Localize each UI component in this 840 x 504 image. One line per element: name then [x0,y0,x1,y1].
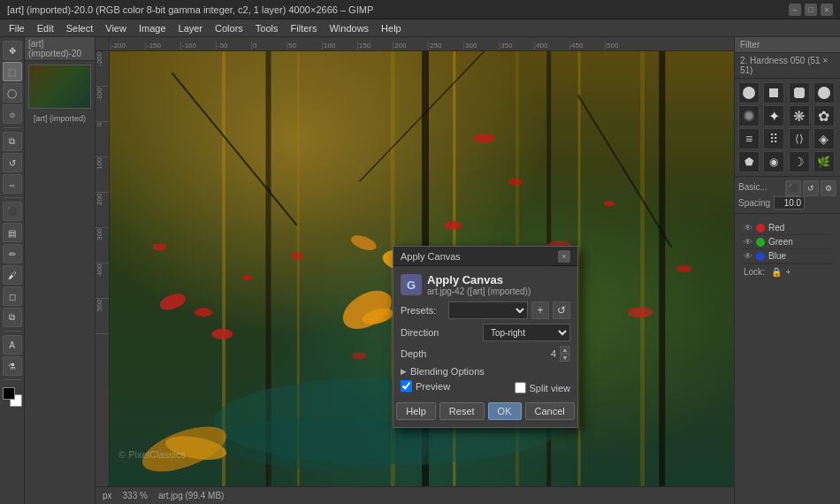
tool-bucket[interactable]: ⬛ [3,202,22,221]
menu-image[interactable]: Image [134,21,172,35]
foreground-color-swatch[interactable] [3,387,15,400]
tool-perspective[interactable]: ⟖ [3,174,22,194]
minimize-button[interactable]: – [789,4,801,16]
brush-cell[interactable]: ✿ [813,105,835,126]
lock-icon[interactable]: 🔒 [771,267,782,277]
tool-crop[interactable]: ⧉ [3,132,22,151]
lock-label: Lock: [744,267,765,277]
menu-edit[interactable]: Edit [32,21,59,35]
tool-select-rect[interactable]: ⬚ [3,62,22,81]
depth-spinner[interactable]: ▲ ▼ [560,346,570,362]
depth-label: Depth [401,348,526,359]
maximize-button[interactable]: □ [805,4,817,16]
dialog-footer: Help Reset OK Cancel [401,402,570,420]
preview-checkbox[interactable] [401,380,412,392]
brush-cell[interactable]: ◉ [763,151,784,172]
ruler-tick-v: 300 [95,228,109,263]
main-layout: ✥ ⬚ ◯ ⌾ ⧉ ↺ ⟖ ⬛ ▤ ✏ 🖌 ◻ ⧉ A ⚗ [art] (imp… [0,37,840,504]
tool-clone[interactable]: ⧉ [3,308,22,327]
tool-rotate[interactable]: ↺ [3,153,22,172]
brush-cell[interactable] [789,82,810,103]
presets-add-button[interactable]: + [531,302,549,319]
window-title: [art] (imported)-20.0 (RGB color 8-bit g… [7,4,789,15]
brush-cell[interactable]: 🌿 [813,151,835,172]
toolbar-separator-4 [4,379,21,380]
menu-help[interactable]: Help [376,21,407,35]
brush-cell[interactable]: ⬟ [738,151,760,172]
eye-icon-red[interactable]: 👁 [744,223,752,233]
brush-cell[interactable]: ◈ [813,128,835,149]
tool-select-ellipse[interactable]: ◯ [3,83,22,103]
eye-icon-blue[interactable]: 👁 [744,251,752,261]
left-panel: [art] (imported)-20 [art] (imported) [25,37,95,504]
spacing-label: Spacing [738,198,770,208]
depth-row: Depth 4 ▲ ▼ [401,346,570,362]
menu-layer[interactable]: Layer [173,21,209,35]
tool-pencil[interactable]: ✏ [3,244,22,263]
brush-cell[interactable] [738,82,760,103]
brush-cell[interactable]: ❋ [789,105,810,126]
brush-cell[interactable] [738,105,760,126]
menu-file[interactable]: File [4,21,30,35]
tool-move[interactable]: ✥ [3,41,22,60]
split-view-checkbox[interactable] [515,382,526,393]
brush-cell[interactable]: ✦ [763,105,784,126]
filename-display: art.jpg (99.4 MB) [158,491,224,500]
help-button[interactable]: Help [396,402,436,420]
brush-cell[interactable]: ⟨⟩ [789,128,810,149]
lock-icon-2[interactable]: + [785,267,790,277]
layer-row-green: 👁 Green [742,235,833,249]
eye-icon-green[interactable]: 👁 [744,237,752,247]
dialog-close-button[interactable]: × [558,250,570,263]
toolbar-separator-2 [4,197,21,198]
cancel-button[interactable]: Cancel [525,402,575,420]
layer-row-blue: 👁 Blue [742,249,833,263]
close-button[interactable]: × [821,4,833,16]
layer-label: [art] (imported) [25,112,95,125]
thumbnail-canvas [29,65,90,108]
layers-list: 👁 Red 👁 Green 👁 Blue Lock: 🔒 [738,218,836,283]
tool-eraser[interactable]: ◻ [3,286,22,306]
tool-text[interactable]: A [3,335,22,355]
menu-filters[interactable]: Filters [286,21,323,35]
tool-eyedrop[interactable]: ⚗ [3,356,22,376]
artwork-canvas[interactable]: © PixelClassics Apply Canvas × G [110,51,734,486]
menu-tools[interactable]: Tools [250,21,284,35]
dialog-titlebar[interactable]: Apply Canvas × [393,247,577,266]
brush-cell[interactable]: ☽ [789,151,810,172]
tool-brush[interactable]: 🖌 [3,265,22,285]
basic-btn-1[interactable]: ⬛ [785,180,801,196]
brush-cell[interactable] [763,82,784,103]
color-swatches[interactable] [3,387,22,407]
menu-view[interactable]: View [100,21,132,35]
presets-select[interactable] [448,302,528,319]
reset-button[interactable]: Reset [439,402,485,420]
ruler-tick: -200 [110,42,145,50]
ruler-tick: 200 [393,42,428,50]
left-panel-header: [art] (imported)-20 [25,37,95,61]
ruler-tick-v: -100 [95,87,109,122]
tool-gradient[interactable]: ▤ [3,223,22,242]
ruler-tick: 500 [605,42,640,50]
depth-spin-up[interactable]: ▲ [560,346,570,354]
basic-btn-2[interactable]: ↺ [803,180,819,196]
layers-section: 👁 Red 👁 Green 👁 Blue Lock: 🔒 [735,213,840,286]
spacing-input[interactable] [774,196,805,210]
blending-label: Blending Options [410,366,485,377]
preview-checkbox-row: Preview [401,380,450,392]
direction-select[interactable]: Top-right Top Top-left Right [483,324,570,341]
basic-btn-3[interactable]: ⚙ [821,180,836,196]
ruler-tick: 50 [286,42,322,50]
blending-expand-arrow[interactable]: ▶ [401,367,407,376]
brush-cell[interactable] [813,82,835,103]
depth-spin-down[interactable]: ▼ [560,354,570,362]
menu-colors[interactable]: Colors [210,21,248,35]
menu-windows[interactable]: Windows [324,21,374,35]
ruler-tick-v: 0 [95,122,109,157]
menu-select[interactable]: Select [61,21,99,35]
presets-reset-button[interactable]: ↺ [553,302,570,319]
brush-cell[interactable]: ≡ [738,128,760,149]
tool-lasso[interactable]: ⌾ [3,104,22,124]
brush-cell[interactable]: ⠿ [763,128,784,149]
ok-button[interactable]: OK [488,402,522,420]
